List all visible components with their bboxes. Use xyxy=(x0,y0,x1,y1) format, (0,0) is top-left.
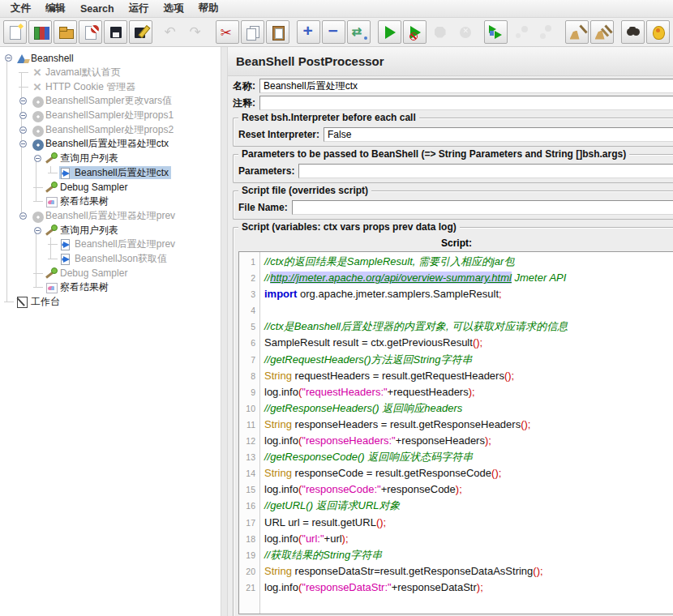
tree-expand-handle[interactable] xyxy=(16,123,30,137)
tree-node-content: ✕HTTP Cookie 管理器 xyxy=(30,80,138,93)
new-file-icon xyxy=(7,24,24,41)
paste-button[interactable] xyxy=(266,20,289,44)
start-no-pauses-icon xyxy=(407,24,423,41)
connector-line xyxy=(48,259,58,259)
save-as-button[interactable] xyxy=(129,20,152,44)
tree-node[interactable]: ✕Javamal默认首页 xyxy=(0,66,221,80)
close-file-button[interactable] xyxy=(79,20,102,44)
menu-options[interactable]: 选项 xyxy=(156,0,191,17)
start-no-pauses-button[interactable] xyxy=(403,20,427,44)
clear-button[interactable] xyxy=(565,20,589,44)
code-token: log.info xyxy=(264,483,298,495)
shutdown-icon xyxy=(457,24,474,41)
menu-run[interactable]: 运行 xyxy=(122,0,156,17)
add-button[interactable] xyxy=(297,20,320,44)
comment-label: 注释: xyxy=(233,96,255,110)
copy-button[interactable] xyxy=(241,20,264,44)
parameters-input[interactable] xyxy=(298,164,673,178)
tree-node[interactable]: ✕HTTP Cookie 管理器 xyxy=(0,79,221,94)
tree-expand-handle[interactable] xyxy=(16,94,30,108)
code-token: responseDataStr=result.getResponseDataAs… xyxy=(292,565,533,577)
tree-node[interactable]: 察看结果树 xyxy=(0,195,221,209)
clear-all-button[interactable] xyxy=(590,20,614,44)
tree-node-label: Beanshell后置处理器处理prev xyxy=(45,209,175,223)
tree-node[interactable]: BeanshellSampler处理props2 xyxy=(0,122,221,137)
tree-node[interactable]: Beanshell xyxy=(0,51,221,66)
start-button[interactable] xyxy=(378,20,401,44)
tree-node[interactable]: 察看结果树 xyxy=(0,280,221,295)
cut-button[interactable] xyxy=(216,20,239,44)
tree-expand-handle[interactable] xyxy=(2,51,15,65)
tree-connector xyxy=(31,267,45,280)
tree-node[interactable]: Beanshell后置处理ctx xyxy=(0,166,221,181)
string-token: "responseDataStr:" xyxy=(302,581,391,593)
line-number: 10 xyxy=(239,400,259,417)
tree-expand-handle[interactable] xyxy=(16,137,30,151)
tree-node-content: Debug Sampler xyxy=(45,267,130,280)
code-token: log.info xyxy=(264,386,298,398)
main-split: Beanshell✕Javamal默认首页✕HTTP Cookie 管理器Bea… xyxy=(0,47,673,616)
comment-token: Jmeter API xyxy=(512,272,566,284)
disabled-x-icon: ✕ xyxy=(31,66,44,79)
tree-node[interactable]: BeanshellJson获取值 xyxy=(0,252,221,267)
file-name-label: File Name: xyxy=(238,202,288,213)
file-name-input[interactable] xyxy=(292,200,673,215)
tree-node[interactable]: 查询用户列表 xyxy=(0,152,221,166)
tree-node[interactable]: 查询用户列表 xyxy=(0,223,221,237)
new-file-button[interactable] xyxy=(3,20,27,44)
save-button[interactable] xyxy=(104,20,127,44)
code-token: log.info xyxy=(264,581,298,593)
script-code[interactable]: //ctx的返回结果是SampleResult, 需要引入相应的jar包//ht… xyxy=(260,252,673,614)
search-reset-button[interactable] xyxy=(646,20,670,44)
split-divider[interactable] xyxy=(221,47,228,616)
line-number: 11 xyxy=(239,417,259,433)
operator-token: (); xyxy=(491,467,501,479)
toggle-button[interactable] xyxy=(347,20,371,44)
save-as-icon xyxy=(133,24,149,41)
tree-node-content: Beanshell后置处理器处理ctx xyxy=(30,138,171,151)
tree-node-label: Beanshell后置处理prev xyxy=(75,237,175,251)
menu-bar: 文件编辑Search运行选项帮助 xyxy=(0,0,673,18)
tree-expand-handle[interactable] xyxy=(31,224,45,237)
parameters-group: Parameters to be passed to BeanShell (=>… xyxy=(233,154,673,183)
tree-node[interactable]: Beanshell后置处理prev xyxy=(0,237,221,252)
collapse-icon xyxy=(34,155,41,162)
tree-expand-handle[interactable] xyxy=(16,109,30,122)
tree-node[interactable]: Beanshell后置处理器处理prev xyxy=(0,209,221,224)
menu-help[interactable]: 帮助 xyxy=(191,0,226,17)
remove-button[interactable] xyxy=(322,20,345,44)
tree-node[interactable]: BeanshellSampler处理props1 xyxy=(0,109,221,123)
templates-button[interactable] xyxy=(28,20,52,44)
tree-node[interactable]: 工作台 xyxy=(0,295,221,310)
type-token: String xyxy=(264,418,292,430)
tree-node[interactable]: Beanshell后置处理器处理ctx xyxy=(0,137,221,152)
name-input[interactable] xyxy=(259,79,673,93)
remote-start-all-button[interactable] xyxy=(484,20,508,44)
reset-interpreter-label: Reset Interpreter: xyxy=(238,129,319,140)
collapse-icon xyxy=(19,97,27,105)
menu-search[interactable]: Search xyxy=(73,2,122,16)
comment-input[interactable] xyxy=(259,96,673,110)
menu-edit[interactable]: 编辑 xyxy=(38,0,73,17)
tree-expand-handle[interactable] xyxy=(16,209,30,223)
code-line xyxy=(264,302,673,319)
tree-node-label: BeanshellSampler更改vars值 xyxy=(45,94,172,108)
line-number: 19 xyxy=(239,547,259,563)
script-editor[interactable]: 123456789101112131415161718192021 //ctx的… xyxy=(238,251,673,614)
tree-node[interactable]: BeanshellSampler更改vars值 xyxy=(0,94,221,109)
tree-node[interactable]: Debug Sampler xyxy=(0,266,221,280)
tree-expand-handle[interactable] xyxy=(31,152,45,165)
code-token: +responseCode xyxy=(381,483,456,495)
tree-connector xyxy=(16,66,30,79)
menu-file[interactable]: 文件 xyxy=(3,0,38,17)
reset-interpreter-select[interactable] xyxy=(324,127,673,142)
open-file-button[interactable] xyxy=(54,20,77,44)
tree-node-label: Debug Sampler xyxy=(60,182,127,193)
tree-node[interactable]: Debug Sampler xyxy=(0,180,221,195)
disabled-x-icon: ✕ xyxy=(31,81,44,93)
search-button[interactable] xyxy=(621,20,645,44)
line-number: 1 xyxy=(239,254,259,270)
remote-shutdown-all-icon xyxy=(538,24,555,41)
line-number: 14 xyxy=(239,465,259,481)
add-icon xyxy=(301,24,317,41)
